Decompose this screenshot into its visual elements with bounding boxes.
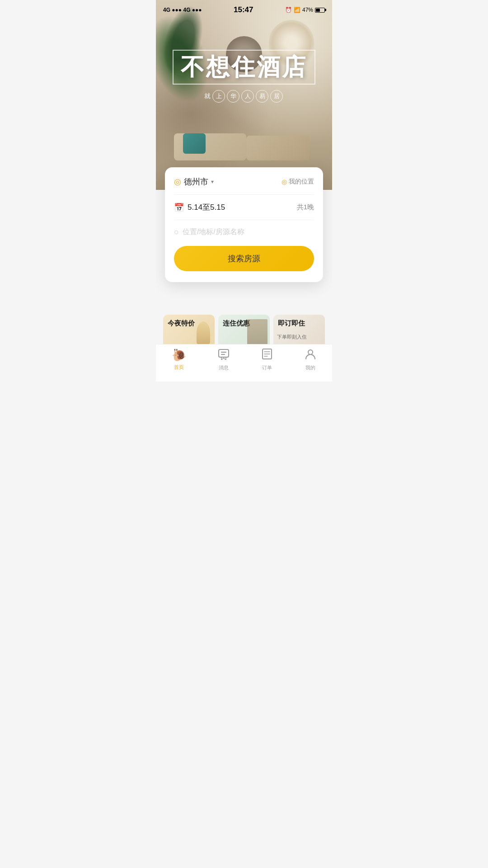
chevron-down-icon: ▾	[211, 179, 214, 185]
location-icon-right: ◎	[282, 178, 287, 185]
city-name: 德州市	[184, 176, 208, 187]
hero-sub-prefix: 就	[204, 92, 211, 100]
tab-orders[interactable]: 订单	[261, 348, 273, 371]
promo-card-1-title: 今夜特价	[168, 319, 195, 327]
home-tab-label: 首页	[174, 364, 184, 371]
carrier-info: 4G ●●● 4G ●●●	[163, 7, 202, 13]
hero-sub-char-1: 上	[212, 90, 225, 103]
status-bar: 4G ●●● 4G ●●● 15:47 ⏰ 📶 47%	[156, 0, 332, 20]
hero-main-text: 不想住酒店	[173, 50, 315, 85]
my-location-label: 我的位置	[289, 178, 314, 186]
my-location-button[interactable]: ◎ 我的位置	[282, 178, 314, 186]
tab-home[interactable]: 🐌 首页	[172, 348, 186, 371]
pillow-teal-decoration	[183, 133, 206, 154]
time-display: 15:47	[234, 5, 253, 14]
date-selector[interactable]: 📅 5.14至5.15	[174, 202, 225, 212]
hero-sub-char-5: 居	[270, 90, 283, 103]
search-icon: ○	[174, 227, 179, 237]
promo-card-3-title: 即订即住	[278, 319, 305, 327]
wifi-icon: 📶	[294, 7, 300, 13]
signal-icon-2: ●●●	[192, 7, 202, 13]
city-row: ◎ 德州市 ▾ ◎ 我的位置	[174, 176, 314, 195]
signal-icon-1: ●●●	[172, 7, 182, 13]
sofa-decoration-2	[246, 136, 310, 160]
hero-subtitle: 就 上 华 人 易 居	[156, 90, 332, 103]
location-search-row[interactable]: ○ 位置/地标/房源名称	[174, 220, 314, 246]
location-search-placeholder: 位置/地标/房源名称	[183, 227, 244, 237]
orders-tab-icon	[261, 348, 273, 363]
calendar-icon: 📅	[174, 203, 184, 212]
promo-card-2-title: 连住优惠	[223, 319, 250, 327]
status-indicators: ⏰ 📶 47%	[285, 7, 325, 13]
search-card: ◎ 德州市 ▾ ◎ 我的位置 📅 5.14至5.15 共1晚 ○ 位置/地标/房…	[165, 167, 323, 282]
carrier1: 4G	[163, 7, 170, 13]
hero-sub-char-3: 人	[241, 90, 254, 103]
profile-tab-icon	[305, 348, 316, 363]
hero-sub-char-2: 华	[227, 90, 239, 103]
carrier2: 4G	[183, 7, 190, 13]
tab-profile[interactable]: 我的	[305, 348, 316, 371]
card-1-decoration	[197, 321, 210, 344]
tab-bar: 🐌 首页 消息 订单	[156, 344, 332, 382]
date-range: 5.14至5.15	[188, 202, 225, 212]
messages-tab-icon	[218, 348, 230, 363]
svg-rect-0	[219, 349, 229, 357]
battery-icon	[315, 8, 325, 13]
home-tab-icon: 🐌	[172, 348, 186, 362]
orders-tab-label: 订单	[262, 364, 272, 371]
date-row[interactable]: 📅 5.14至5.15 共1晚	[174, 195, 314, 220]
promo-card-3-sub: 下单即刻入住	[277, 334, 307, 340]
hero-sub-char-4: 易	[256, 90, 268, 103]
city-selector[interactable]: ◎ 德州市 ▾	[174, 176, 214, 187]
messages-tab-label: 消息	[219, 364, 229, 371]
card-2-decoration	[247, 319, 267, 346]
svg-point-7	[308, 350, 313, 354]
search-button[interactable]: 搜索房源	[174, 246, 314, 271]
alarm-icon: ⏰	[285, 7, 292, 13]
profile-tab-label: 我的	[305, 364, 315, 371]
tab-messages[interactable]: 消息	[218, 348, 230, 371]
location-icon-left: ◎	[174, 177, 181, 187]
battery-text: 47%	[302, 7, 313, 13]
hero-banner: 不想住酒店 就 上 华 人 易 居	[156, 0, 332, 190]
nights-count: 共1晚	[297, 203, 314, 212]
hero-text-area: 不想住酒店 就 上 华 人 易 居	[156, 50, 332, 103]
battery-fill	[316, 9, 320, 12]
